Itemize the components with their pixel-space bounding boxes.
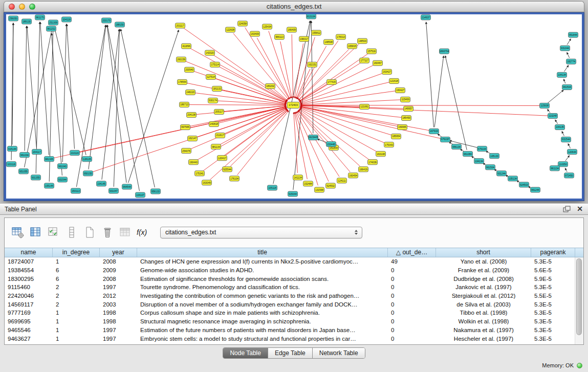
- network-node[interactable]: 930174: [208, 98, 218, 103]
- network-node[interactable]: 256050: [9, 16, 18, 21]
- cell-title[interactable]: Changes of HCN gene expression and I(f) …: [137, 258, 388, 265]
- table-selector-dropdown[interactable]: citations_edges.txt: [160, 227, 362, 238]
- citation-edge[interactable]: [564, 65, 569, 72]
- cell-in_degree[interactable]: 2: [53, 301, 100, 308]
- table-row[interactable]: 1830029562008Estimation of significance …: [5, 274, 575, 283]
- import-table-button[interactable]: [117, 224, 134, 240]
- table-row[interactable]: 969969511998Structural magnetic resonanc…: [5, 317, 575, 326]
- cell-in_degree[interactable]: 1: [53, 310, 100, 316]
- network-node[interactable]: 162147: [188, 136, 198, 141]
- citation-edge-highlighted[interactable]: [210, 110, 288, 180]
- cell-name[interactable]: 18300295: [5, 276, 53, 282]
- network-node[interactable]: 254076: [182, 148, 191, 154]
- network-node[interactable]: 115469: [401, 97, 410, 102]
- network-node[interactable]: 124111: [337, 178, 347, 183]
- citation-edge-highlighted[interactable]: [214, 55, 288, 101]
- network-node[interactable]: 211617: [215, 133, 225, 138]
- network-node[interactable]: 110248: [548, 114, 558, 119]
- network-node[interactable]: 951844: [569, 32, 578, 37]
- network-node[interactable]: 924502: [326, 183, 336, 188]
- network-node[interactable]: 961504: [562, 84, 572, 90]
- network-node[interactable]: 901355: [31, 175, 41, 180]
- network-node[interactable]: 122608: [226, 27, 235, 32]
- close-panel-icon[interactable]: ✕: [577, 205, 583, 212]
- cell-title[interactable]: Corpus callosum shape and size in male p…: [137, 310, 388, 316]
- citation-edge[interactable]: [434, 56, 444, 127]
- citation-edge[interactable]: [25, 26, 27, 151]
- network-node[interactable]: 183202: [266, 83, 275, 89]
- network-node[interactable]: 813104: [307, 14, 316, 19]
- network-node[interactable]: 163049: [202, 180, 212, 185]
- cell-pagerank[interactable]: 5.3E-5: [531, 258, 575, 265]
- network-node[interactable]: 167919: [429, 129, 439, 134]
- network-node[interactable]: 181132: [212, 86, 222, 91]
- network-node[interactable]: 169965: [398, 125, 407, 130]
- cell-out_degree[interactable]: 0: [388, 336, 436, 342]
- delete-column-button[interactable]: [99, 224, 116, 240]
- citation-edge[interactable]: [426, 22, 434, 127]
- citation-edge[interactable]: [563, 79, 565, 83]
- citation-edge-highlighted[interactable]: [226, 110, 288, 156]
- cell-out_degree[interactable]: 0: [388, 310, 436, 316]
- network-node[interactable]: 950155: [83, 171, 93, 176]
- network-node[interactable]: 131568: [315, 187, 324, 192]
- citation-edge[interactable]: [128, 30, 179, 183]
- cell-out_degree[interactable]: 0: [388, 267, 436, 273]
- cell-out_degree[interactable]: 0: [388, 284, 436, 290]
- network-node[interactable]: 972450: [564, 173, 574, 178]
- cell-short[interactable]: Jankovic et al. (1997): [436, 284, 531, 290]
- network-node[interactable]: 150113: [71, 188, 81, 193]
- cell-title[interactable]: Disruption of a novel member of a sodium…: [137, 301, 388, 308]
- citation-edge-highlighted[interactable]: [237, 111, 289, 174]
- citation-edge-highlighted[interactable]: [299, 54, 368, 101]
- network-node[interactable]: 679104: [477, 146, 487, 151]
- network-node[interactable]: 148508: [324, 39, 334, 45]
- network-node[interactable]: 204138: [187, 113, 197, 118]
- network-node[interactable]: 166419: [359, 167, 368, 172]
- network-node[interactable]: 997565: [181, 125, 190, 130]
- table-row[interactable]: 1938455462009Genome-wide association stu…: [5, 266, 575, 275]
- cell-title[interactable]: Investigating the contribution of common…: [137, 293, 388, 299]
- citation-edge-highlighted[interactable]: [298, 111, 350, 172]
- network-canvas[interactable]: 1724034118962601562009401785542482201867…: [6, 14, 582, 199]
- network-node[interactable]: 160454: [349, 173, 358, 178]
- column-header-out_degree[interactable]: △ out_de…: [388, 248, 436, 257]
- cell-short[interactable]: de Silva et al. (2003): [436, 301, 531, 308]
- cell-year[interactable]: 1998: [100, 310, 137, 316]
- network-node[interactable]: 166409: [287, 27, 297, 32]
- network-node[interactable]: 142020: [205, 50, 215, 55]
- cell-year[interactable]: 1997: [100, 284, 137, 290]
- citation-edge[interactable]: [565, 168, 567, 172]
- citation-edge-highlighted[interactable]: [189, 105, 286, 105]
- table-row[interactable]: 1456911722003Disruption of a novel membe…: [5, 300, 575, 309]
- cell-pagerank[interactable]: 5.3E-5: [531, 310, 575, 316]
- network-node[interactable]: 931044: [560, 46, 570, 51]
- table-row[interactable]: 911546021997Tourette syndrome. Phenomeno…: [5, 283, 575, 292]
- network-node[interactable]: 121618: [389, 78, 399, 83]
- cell-short[interactable]: Hescheler et al. (1997): [436, 336, 531, 342]
- network-node[interactable]: 104145: [97, 181, 106, 186]
- citation-edge-highlighted[interactable]: [300, 106, 398, 126]
- citation-edge[interactable]: [567, 52, 570, 58]
- network-node[interactable]: 210116: [70, 150, 80, 156]
- cell-name[interactable]: 9465546: [5, 327, 53, 333]
- hub-node[interactable]: 172403: [287, 102, 299, 108]
- cell-out_degree[interactable]: 0: [388, 327, 436, 333]
- network-node[interactable]: 104134: [557, 72, 567, 77]
- citation-edge[interactable]: [89, 25, 106, 169]
- network-node[interactable]: 961152: [47, 26, 56, 31]
- citation-edge-highlighted[interactable]: [298, 110, 360, 166]
- table-edit-button[interactable]: [46, 224, 62, 240]
- network-node[interactable]: 160427: [396, 87, 405, 93]
- cell-name[interactable]: 22420046: [5, 293, 53, 299]
- cell-pagerank[interactable]: 5.3E-5: [531, 301, 575, 308]
- network-node[interactable]: 162151: [308, 62, 317, 67]
- network-graph[interactable]: 1724034118962601562009401785542482201867…: [6, 14, 582, 199]
- tab-network-table[interactable]: Network Table: [313, 348, 365, 358]
- citation-edge-highlighted[interactable]: [300, 107, 391, 135]
- network-node[interactable]: 203170: [102, 18, 112, 23]
- network-node[interactable]: 931544: [561, 137, 571, 142]
- network-node[interactable]: 981134: [211, 144, 221, 149]
- citation-edge-highlighted[interactable]: [299, 110, 368, 160]
- network-node[interactable]: 961134: [550, 166, 560, 171]
